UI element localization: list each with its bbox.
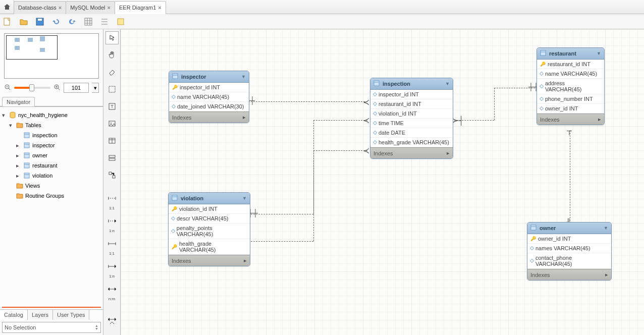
new-file-icon[interactable] xyxy=(2,16,13,27)
tree-views-label: Views xyxy=(25,183,40,189)
selection-combo[interactable]: No Selection ▲▼ xyxy=(2,322,101,333)
svg-rect-23 xyxy=(173,74,178,79)
tree-item-inspector[interactable]: ▸ inspector xyxy=(2,140,101,150)
tree-views[interactable]: Views xyxy=(2,181,101,191)
indexes-section[interactable]: Indexes▸ xyxy=(527,269,611,280)
column-icon xyxy=(373,131,377,135)
svg-rect-0 xyxy=(4,18,10,25)
column-label: time TIME xyxy=(379,120,404,126)
indexes-section[interactable]: Indexes▸ xyxy=(169,255,250,266)
tab-bar: Database-class × MySQL Model × EER Diagr… xyxy=(0,0,644,14)
svg-point-17 xyxy=(111,123,112,124)
zoom-slider[interactable] xyxy=(14,87,50,89)
indexes-section[interactable]: Indexes▸ xyxy=(169,111,249,123)
expand-icon: ▸ xyxy=(598,116,601,123)
table-icon xyxy=(23,152,30,159)
indexes-section[interactable]: Indexes▸ xyxy=(537,114,604,125)
collapse-icon[interactable]: ▼ xyxy=(604,226,608,231)
tree-item-owner[interactable]: ▸ owner xyxy=(2,150,101,160)
entity-owner[interactable]: owner▼ 🔑owner_id INT names VARCHAR(45) c… xyxy=(527,222,612,281)
collapse-icon[interactable]: ▼ xyxy=(241,74,246,79)
tree-db[interactable]: ▾ nyc_health_hygiene xyxy=(2,110,101,120)
rel-1-1-nonid[interactable] xyxy=(105,192,119,205)
svg-rect-20 xyxy=(109,158,115,160)
rel-n-m[interactable] xyxy=(105,283,119,296)
view-tool[interactable] xyxy=(105,151,119,164)
tree-item-violation[interactable]: ▸ violation xyxy=(2,171,101,181)
close-icon[interactable]: × xyxy=(59,5,62,11)
tree-item-restaurant[interactable]: ▸ restaurant xyxy=(2,160,101,171)
layer-tool[interactable] xyxy=(105,83,119,96)
zoom-out-icon[interactable] xyxy=(4,84,11,92)
zoom-in-icon[interactable] xyxy=(53,84,61,92)
bottom-tab-usertypes[interactable]: User Types xyxy=(53,310,89,320)
tab-label: EER Diagram1 xyxy=(119,5,156,11)
table-icon xyxy=(23,162,30,169)
eraser-tool[interactable] xyxy=(105,66,119,79)
diagram-canvas[interactable]: ┼┼ ≺ ┼┼ ≺ ≻┤ ┼┼ ≺ ┬ ╨ inspector▼ 🔑inspec… xyxy=(121,29,644,335)
rel-label: 1:1 xyxy=(109,206,115,210)
navigator-thumb[interactable] xyxy=(4,33,99,79)
tab-eer-diagram[interactable]: EER Diagram1 × xyxy=(115,1,166,14)
grid-icon[interactable] xyxy=(83,16,94,27)
folder-icon xyxy=(16,122,23,129)
svg-rect-4 xyxy=(118,19,124,25)
pointer-tool[interactable] xyxy=(105,31,119,44)
column-label: violation_id INT xyxy=(379,110,417,117)
indexes-section[interactable]: Indexes▸ xyxy=(370,147,453,158)
svg-rect-21 xyxy=(109,172,112,175)
entity-inspector[interactable]: inspector▼ 🔑inspector_id INT name VARCHA… xyxy=(169,71,249,123)
zoom-value-text: 101 xyxy=(72,85,81,91)
undo-icon[interactable] xyxy=(50,16,62,27)
align-icon[interactable] xyxy=(99,16,110,27)
save-icon[interactable] xyxy=(34,16,45,27)
rel-existing-cols[interactable] xyxy=(105,314,119,327)
table-icon xyxy=(172,73,178,80)
close-icon[interactable]: × xyxy=(158,5,161,11)
svg-rect-22 xyxy=(113,176,115,178)
column-icon xyxy=(171,216,175,220)
column-label: contact_phone VARCHAR(45) xyxy=(535,255,608,267)
rel-1-1-id[interactable] xyxy=(105,237,119,250)
column-icon xyxy=(530,259,534,263)
tree-routines[interactable]: Routine Groups xyxy=(2,191,101,201)
home-icon xyxy=(3,3,11,11)
tab-mysql-model[interactable]: MySQL Model × xyxy=(66,1,115,14)
hand-tool[interactable] xyxy=(105,48,119,62)
bottom-tab-catalog[interactable]: Catalog xyxy=(0,310,28,320)
text-tool[interactable]: T xyxy=(105,100,119,113)
entity-title: violation xyxy=(181,195,203,201)
collapse-icon[interactable]: ▼ xyxy=(597,51,601,56)
bottom-tab-layers[interactable]: Layers xyxy=(28,310,53,320)
redo-icon[interactable] xyxy=(67,16,78,27)
image-tool[interactable] xyxy=(105,117,119,130)
tree-item-inspection[interactable]: inspection xyxy=(2,130,101,140)
table-tool[interactable] xyxy=(105,134,119,147)
entity-violation[interactable]: violation▼ 🔑violation_id INT descr VARCH… xyxy=(168,192,250,266)
tree-tables[interactable]: ▾ Tables xyxy=(2,120,101,130)
entity-inspection[interactable]: inspection▼ inspector_id INT restaurant_… xyxy=(370,78,453,159)
zoom-value[interactable]: 101 xyxy=(64,83,89,93)
entity-restaurant[interactable]: restaurant▼ 🔑restaurant_id INT name VARC… xyxy=(536,47,605,125)
home-tab[interactable] xyxy=(0,0,14,14)
collapse-icon[interactable]: ▼ xyxy=(242,196,247,201)
close-icon[interactable]: × xyxy=(108,5,111,11)
tab-database-class[interactable]: Database-class × xyxy=(14,1,66,14)
table-icon xyxy=(23,132,30,139)
svg-rect-8 xyxy=(24,133,29,138)
column-label: name VARCHAR(45) xyxy=(177,94,229,100)
rel-1-n-id[interactable] xyxy=(105,260,119,273)
navigator-tab[interactable]: Navigator xyxy=(2,97,35,106)
zoom-drop-icon[interactable]: ▾ xyxy=(92,83,99,93)
routine-tool[interactable] xyxy=(105,169,119,182)
table-icon xyxy=(530,225,536,232)
note-icon[interactable] xyxy=(115,16,126,27)
divider-accent xyxy=(2,307,101,308)
open-file-icon[interactable] xyxy=(18,16,29,27)
table-icon xyxy=(23,172,30,179)
column-label: violation_id INT xyxy=(179,206,218,212)
rel-1-n-nonid[interactable] xyxy=(105,214,119,228)
collapse-icon[interactable]: ▼ xyxy=(445,81,450,86)
svg-rect-25 xyxy=(541,50,546,55)
svg-rect-11 xyxy=(24,163,29,168)
